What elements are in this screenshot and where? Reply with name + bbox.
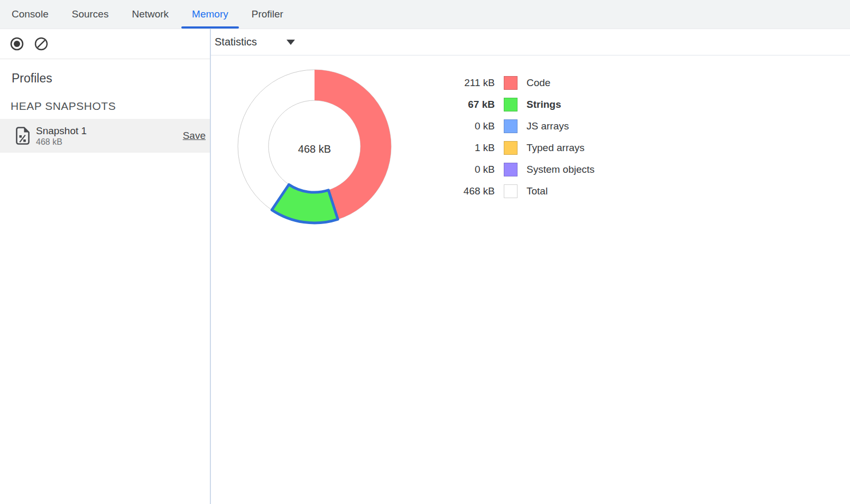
- legend-row-js-arrays: 0 kB JS arrays: [455, 115, 595, 137]
- legend-swatch-code: [504, 76, 518, 90]
- snapshot-size: 468 kB: [36, 137, 87, 147]
- save-snapshot-link[interactable]: Save: [183, 130, 206, 142]
- tab-profiler[interactable]: Profiler: [240, 0, 295, 29]
- legend-value: 67 kB: [455, 99, 495, 110]
- profiles-toolbar: [0, 29, 210, 59]
- legend-swatch-typed-arrays: [504, 141, 518, 155]
- legend-value: 468 kB: [455, 185, 495, 197]
- legend-label: Strings: [526, 99, 561, 110]
- legend-row-system-objects: 0 kB System objects: [455, 158, 595, 180]
- tab-console[interactable]: Console: [0, 0, 60, 29]
- record-heap-snapshot-button[interactable]: [8, 35, 25, 52]
- legend-label: System objects: [526, 164, 595, 175]
- legend-swatch-js-arrays: [504, 119, 518, 133]
- tab-network[interactable]: Network: [120, 0, 180, 29]
- donut-chart[interactable]: [235, 67, 394, 226]
- record-icon: [10, 36, 24, 51]
- sidebar-item-snapshot-1[interactable]: Snapshot 1 468 kB Save: [0, 119, 210, 153]
- donut-outline: [269, 100, 361, 192]
- legend-value: 0 kB: [455, 120, 495, 132]
- clear-profiles-button[interactable]: [33, 35, 50, 52]
- statistics-pane: 468 kB 211 kB Code 67 kB Strings 0 kB JS…: [211, 55, 850, 504]
- profiles-heading: Profiles: [12, 71, 210, 86]
- pie-slice-strings[interactable]: [272, 184, 338, 223]
- legend-label: Typed arrays: [526, 142, 585, 154]
- legend-label: Total: [526, 185, 548, 197]
- legend-row-typed-arrays: 1 kB Typed arrays: [455, 137, 595, 158]
- snapshot-title: Snapshot 1: [36, 125, 87, 137]
- chevron-down-icon: [287, 40, 295, 45]
- perspective-dropdown-label: Statistics: [215, 36, 257, 48]
- legend-value: 1 kB: [455, 142, 495, 154]
- legend-value: 211 kB: [455, 77, 495, 89]
- legend-row-strings: 67 kB Strings: [455, 94, 595, 115]
- chart-legend: 211 kB Code 67 kB Strings 0 kB JS arrays…: [455, 72, 595, 202]
- tab-sources[interactable]: Sources: [60, 0, 121, 29]
- perspective-dropdown[interactable]: Statistics: [215, 36, 295, 48]
- heap-snapshot-file-icon: [16, 127, 30, 145]
- legend-label: Code: [526, 77, 550, 89]
- devtools-tab-bar: Console Sources Network Memory Profiler: [0, 0, 850, 29]
- legend-swatch-strings: [504, 98, 518, 111]
- legend-value: 0 kB: [455, 164, 495, 175]
- heap-snapshots-section-heading: HEAP SNAPSHOTS: [11, 99, 210, 113]
- legend-swatch-system-objects: [504, 163, 518, 176]
- legend-row-code: 211 kB Code: [455, 72, 595, 94]
- tab-memory[interactable]: Memory: [180, 0, 240, 29]
- no-entry-icon: [34, 36, 49, 51]
- memory-view-toolbar: Statistics: [211, 29, 850, 55]
- profiles-sidebar: Profiles HEAP SNAPSHOTS Snapshot 1 468 k…: [0, 59, 210, 504]
- legend-row-total: 468 kB Total: [455, 180, 595, 202]
- legend-label: JS arrays: [526, 120, 569, 132]
- legend-swatch-total: [504, 184, 518, 198]
